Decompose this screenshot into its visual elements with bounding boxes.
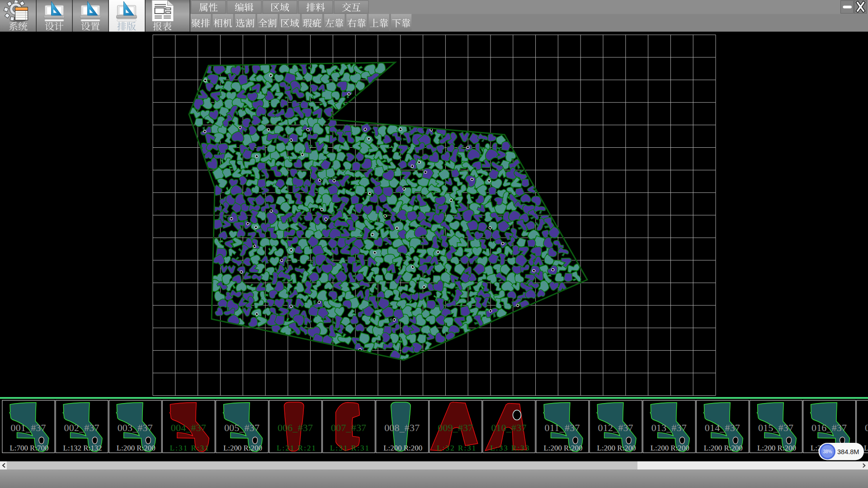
- svg-text:L:21 R:21: L:21 R:21: [277, 444, 316, 452]
- svg-text:002_#37: 002_#37: [64, 422, 99, 433]
- svg-text:007_#37: 007_#37: [331, 422, 366, 433]
- svg-text:010_#37: 010_#37: [491, 422, 526, 433]
- svg-text:004_#37: 004_#37: [171, 422, 206, 433]
- svg-text:003_#37: 003_#37: [118, 422, 153, 433]
- svg-text:L:200 R:200: L:200 R:200: [757, 444, 796, 452]
- svg-text:011_#37: 011_#37: [545, 422, 580, 433]
- svg-text:L:200 R:200: L:200 R:200: [597, 444, 636, 452]
- svg-text:384.8M: 384.8M: [837, 448, 859, 455]
- svg-text:008_#37: 008_#37: [384, 422, 420, 433]
- svg-text:014_#37: 014_#37: [705, 422, 740, 433]
- svg-text:L:132 R:132: L:132 R:132: [63, 444, 102, 452]
- svg-text:38%: 38%: [823, 449, 832, 454]
- svg-text:L:200 R:200: L:200 R:200: [651, 444, 689, 452]
- svg-text:006_#37: 006_#37: [278, 422, 313, 433]
- svg-text:001_#37: 001_#37: [11, 422, 46, 433]
- svg-text:L:200 R:200: L:200 R:200: [544, 444, 583, 452]
- svg-text:L:32 R:31: L:32 R:31: [437, 444, 476, 452]
- svg-text:L:33 R:33: L:33 R:33: [490, 444, 529, 452]
- svg-text:L:200 R:200: L:200 R:200: [223, 444, 262, 452]
- svg-text:L:200 R:200: L:200 R:200: [704, 444, 743, 452]
- svg-text:009_#37: 009_#37: [438, 422, 473, 433]
- svg-text:L:31 R:31: L:31 R:31: [170, 444, 209, 452]
- svg-text:L:200 R:200: L:200 R:200: [117, 444, 156, 452]
- svg-text:L:200 R:200: L:200 R:200: [383, 444, 422, 452]
- svg-text:L:31 R:31: L:31 R:31: [330, 444, 369, 452]
- svg-text:017_#37: 017_#37: [865, 422, 868, 433]
- svg-text:L:200 R:200: L:200 R:200: [864, 444, 868, 452]
- svg-text:015_#37: 015_#37: [758, 422, 793, 433]
- svg-text:016_#37: 016_#37: [811, 422, 847, 433]
- svg-text:012_#37: 012_#37: [598, 422, 633, 433]
- svg-text:005_#37: 005_#37: [224, 422, 259, 433]
- svg-text:L:700 R:700: L:700 R:700: [10, 444, 49, 452]
- svg-text:013_#37: 013_#37: [651, 422, 687, 433]
